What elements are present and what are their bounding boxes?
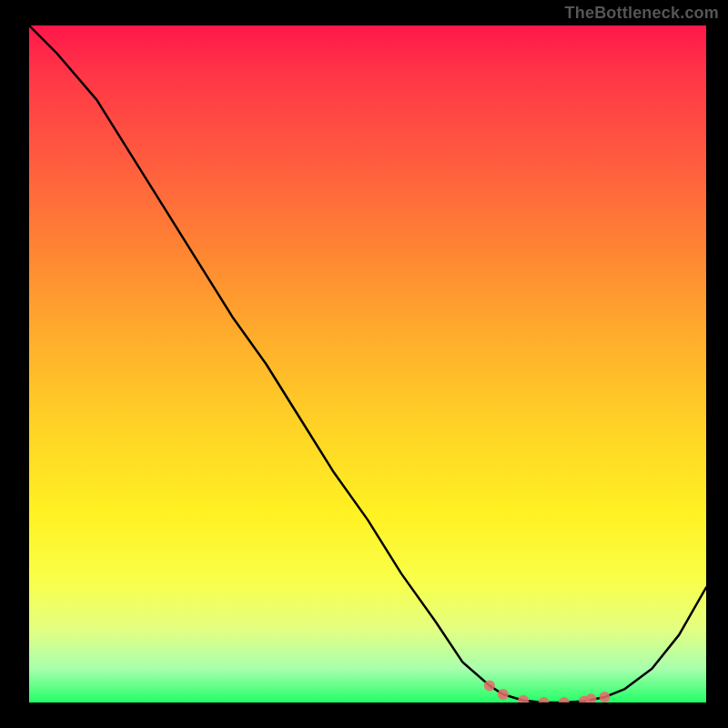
bottom-marker [559, 697, 570, 703]
bottom-marker [586, 693, 597, 703]
bottleneck-curve [29, 25, 706, 703]
bottom-marker [538, 697, 549, 703]
bottom-marker [599, 692, 610, 703]
chart-container: TheBottleneck.com [0, 0, 728, 728]
bottom-marker [498, 689, 509, 700]
bottom-marker [484, 680, 495, 691]
curve-group [29, 25, 706, 703]
bottom-marker [518, 695, 529, 703]
markers-group [484, 680, 610, 703]
watermark-label: TheBottleneck.com [565, 4, 719, 23]
plot-area [29, 25, 706, 703]
curve-svg [29, 25, 706, 703]
